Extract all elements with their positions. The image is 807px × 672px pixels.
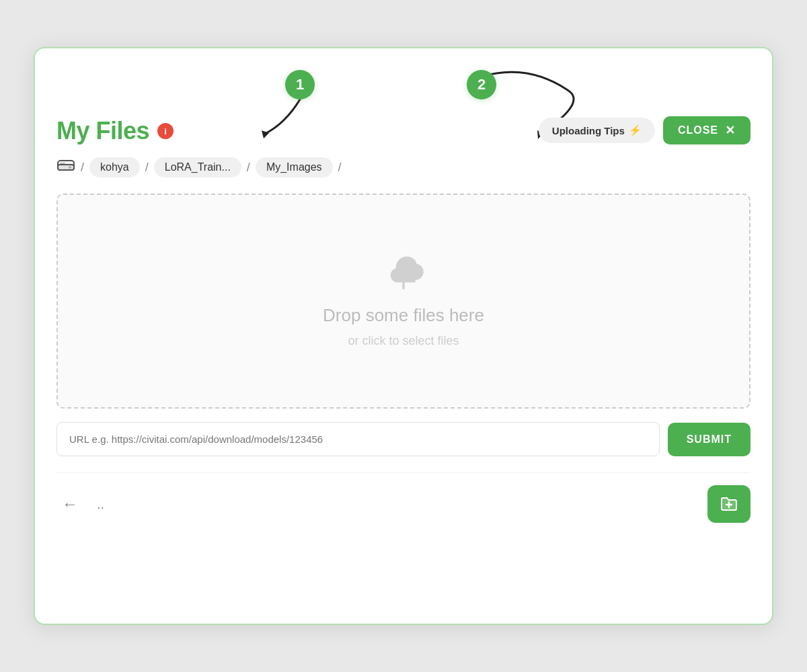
- header-row: My Files i Uploading Tips ⚡ CLOSE ✕: [56, 117, 751, 145]
- url-row: SUBMIT: [56, 422, 751, 456]
- arrow-2-svg: [56, 70, 751, 117]
- breadcrumb-sep-2: /: [247, 161, 250, 175]
- bottom-left: ← ..: [56, 492, 104, 516]
- modal-container: 1 2 My Files i Uploading Tips ⚡: [34, 47, 773, 625]
- svg-point-5: [69, 166, 71, 169]
- breadcrumb-item-0[interactable]: kohya: [89, 157, 140, 177]
- breadcrumb-sep-1: /: [145, 161, 149, 175]
- page-title: My Files: [56, 117, 149, 145]
- info-badge[interactable]: i: [157, 123, 174, 139]
- action-row: Uploading Tips ⚡ CLOSE ✕: [539, 116, 751, 144]
- drop-zone-main-text: Drop some files here: [323, 305, 484, 326]
- annotation-area: 1 2: [56, 70, 751, 117]
- close-x-icon: ✕: [725, 123, 736, 138]
- step-badge-1: 1: [285, 70, 315, 99]
- close-button[interactable]: CLOSE ✕: [663, 116, 751, 144]
- uploading-tips-button[interactable]: Uploading Tips ⚡: [539, 118, 655, 143]
- breadcrumb-row: / kohya / LoRA_Train... / My_Images /: [56, 157, 751, 177]
- submit-button[interactable]: SUBMIT: [668, 423, 751, 456]
- title-group: My Files i: [56, 117, 174, 145]
- parent-dir-label: ..: [97, 497, 104, 512]
- step-badge-2: 2: [467, 70, 496, 99]
- breadcrumb-sep-3: /: [338, 161, 342, 175]
- drop-zone[interactable]: Drop some files here or click to select …: [56, 194, 751, 409]
- breadcrumb-sep-0: /: [81, 161, 84, 175]
- svg-rect-3: [58, 165, 74, 170]
- back-button[interactable]: ←: [56, 492, 83, 516]
- cloud-upload-icon: [380, 254, 427, 294]
- bottom-bar: ← ..: [56, 473, 751, 526]
- new-folder-icon: [720, 495, 738, 513]
- hdd-icon: [56, 157, 75, 177]
- arrow-1-svg: [56, 70, 751, 117]
- new-folder-button[interactable]: [707, 485, 751, 523]
- drop-zone-sub-text: or click to select files: [348, 334, 459, 348]
- close-label: CLOSE: [678, 124, 718, 136]
- bolt-icon: ⚡: [629, 124, 642, 136]
- svg-rect-6: [60, 163, 65, 164]
- url-input[interactable]: [56, 422, 660, 456]
- breadcrumb-item-1[interactable]: LoRA_Train...: [154, 157, 241, 177]
- uploading-tips-label: Uploading Tips: [552, 125, 625, 136]
- breadcrumb-item-2[interactable]: My_Images: [256, 157, 333, 177]
